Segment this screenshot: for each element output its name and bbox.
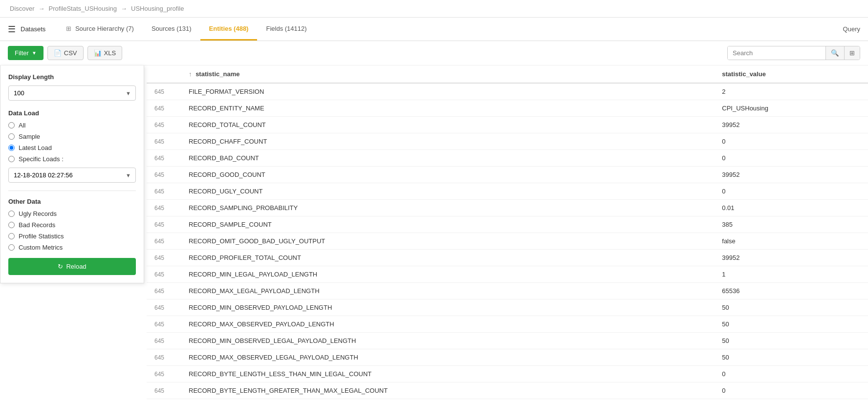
radio-specific-loads[interactable]: Specific Loads :	[8, 155, 136, 163]
table-cell-statistic-value: 1	[714, 266, 868, 283]
table-row: 645RECORD_MAX_LEGAL_PAYLOAD_LENGTH65536	[147, 283, 868, 299]
display-length-select[interactable]: 10 25 50 100 250	[8, 85, 136, 101]
col-statistic-name-label: statistic_name	[195, 70, 239, 78]
query-button[interactable]: Query	[843, 25, 860, 33]
table-cell-statistic-value: 50	[714, 299, 868, 316]
filter-button[interactable]: Filter ▼	[8, 46, 43, 60]
radio-profile-statistics-label: Profile Statistics	[19, 233, 64, 240]
csv-doc-icon: 📄	[54, 49, 62, 57]
table-row: 645RECORD_PROFILER_TOTAL_COUNT39952	[147, 250, 868, 266]
datasets-nav[interactable]: Datasets	[21, 25, 45, 33]
table-cell-rownum: 645	[147, 200, 181, 216]
tab-fields[interactable]: Fields (14112)	[257, 18, 315, 41]
radio-all-input[interactable]	[8, 122, 15, 128]
table-cell-rownum: 645	[147, 266, 181, 283]
table-cell-rownum: 645	[147, 283, 181, 299]
radio-latest-load-input[interactable]	[8, 145, 15, 151]
table-cell-statistic-value: 50	[714, 333, 868, 349]
table-row: 645RECORD_MAX_OBSERVED_PAYLOAD_LENGTH50	[147, 316, 868, 333]
table-cell-rownum: 645	[147, 183, 181, 200]
navbar-menu: ☰ Datasets	[8, 24, 45, 35]
table-cell-statistic-name: RECORD_OMIT_GOOD_BAD_UGLY_OUTPUT	[181, 233, 714, 250]
source-hierarchy-icon: ⊞	[66, 25, 71, 32]
reload-button[interactable]: ↻ Reload	[8, 258, 136, 275]
table-cell-rownum: 645	[147, 83, 181, 100]
radio-sample[interactable]: Sample	[8, 133, 136, 140]
radio-bad-records-label: Bad Records	[19, 221, 55, 229]
tab-source-hierarchy[interactable]: ⊞ Source Hierarchy (7)	[57, 18, 143, 41]
table-cell-statistic-name: RECORD_UGLY_COUNT	[181, 183, 714, 200]
toolbar: Filter ▼ 📄 CSV 📊 XLS 🔍 ⊞	[0, 41, 868, 65]
radio-all[interactable]: All	[8, 122, 136, 129]
table-cell-rownum: 645	[147, 133, 181, 150]
table-row: 645RECORD_GOOD_COUNT39952	[147, 167, 868, 183]
table-cell-statistic-value: 39952	[714, 250, 868, 266]
table-row: 645RECORD_BYTE_LENGTH_GREATER_THAN_MAX_L…	[147, 383, 868, 399]
table-cell-statistic-value: false	[714, 233, 868, 250]
breadcrumb-sep1: →	[39, 5, 45, 12]
breadcrumb-discover[interactable]: Discover	[10, 5, 35, 12]
col-statistic-name[interactable]: ↑ statistic_name	[181, 65, 714, 83]
filter-panel: Display Length 10 25 50 100 250 ▼ Data L…	[0, 65, 144, 283]
radio-ugly-records[interactable]: Ugly Records	[8, 210, 136, 217]
radio-all-label: All	[19, 122, 25, 129]
table-row: 645RECORD_MIN_LEGAL_PAYLOAD_LENGTH1	[147, 266, 868, 283]
radio-latest-load-label: Latest Load	[19, 144, 52, 151]
breadcrumb-sep2: →	[121, 5, 127, 12]
tab-sources[interactable]: Sources (131)	[143, 18, 200, 41]
specific-loads-select[interactable]: 12-18-2018 02:27:56	[8, 168, 136, 183]
csv-button[interactable]: 📄 CSV	[47, 46, 84, 60]
table-cell-statistic-name: RECORD_MIN_OBSERVED_PAYLOAD_LENGTH	[181, 299, 714, 316]
table-cell-statistic-name: RECORD_MAX_OBSERVED_LEGAL_PAYLOAD_LENGTH	[181, 349, 714, 366]
search-button[interactable]: 🔍	[825, 46, 844, 60]
table-cell-statistic-name: RECORD_CHAFF_COUNT	[181, 133, 714, 150]
tab-source-hierarchy-label: Source Hierarchy (7)	[75, 25, 134, 32]
table-cell-rownum: 645	[147, 333, 181, 349]
radio-profile-statistics-input[interactable]	[8, 233, 15, 239]
hamburger-icon[interactable]: ☰	[8, 24, 16, 35]
table-cell-statistic-name: RECORD_BYTE_LENGTH_GREATER_THAN_MAX_LEGA…	[181, 383, 714, 399]
reload-icon: ↻	[58, 263, 63, 270]
table-cell-statistic-name: RECORD_TOTAL_COUNT	[181, 117, 714, 133]
other-data-radio-group: Ugly Records Bad Records Profile Statist…	[8, 210, 136, 251]
radio-specific-loads-input[interactable]	[8, 156, 15, 162]
radio-custom-metrics-input[interactable]	[8, 244, 15, 251]
filter-label: Filter	[15, 49, 29, 57]
table-cell-statistic-value: 50	[714, 316, 868, 333]
radio-bad-records-input[interactable]	[8, 222, 15, 228]
search-input[interactable]	[728, 46, 825, 60]
data-load-label: Data Load	[8, 109, 136, 117]
nav-tabs: ⊞ Source Hierarchy (7) Sources (131) Ent…	[57, 18, 843, 41]
other-data-label: Other Data	[8, 198, 136, 205]
radio-custom-metrics[interactable]: Custom Metrics	[8, 244, 136, 251]
table-cell-statistic-name: RECORD_SAMPLING_PROBABILITY	[181, 200, 714, 216]
main-container: Display Length 10 25 50 100 250 ▼ Data L…	[0, 65, 868, 404]
table-body: 645FILE_FORMAT_VERSION2645RECORD_ENTITY_…	[147, 83, 868, 399]
data-load-radio-group: All Sample Latest Load Specific Loads :	[8, 122, 136, 163]
table-cell-rownum: 645	[147, 349, 181, 366]
table-cell-statistic-name: RECORD_MAX_LEGAL_PAYLOAD_LENGTH	[181, 283, 714, 299]
breadcrumb-current: USHousing_profile	[131, 5, 184, 12]
table-row: 645RECORD_TOTAL_COUNT39952	[147, 117, 868, 133]
table-cell-rownum: 645	[147, 250, 181, 266]
display-length-wrapper: 10 25 50 100 250 ▼	[8, 85, 136, 101]
table-row: 645RECORD_CHAFF_COUNT0	[147, 133, 868, 150]
xls-button[interactable]: 📊 XLS	[87, 46, 123, 60]
breadcrumb-profilestats[interactable]: ProfileStats_USHousing	[49, 5, 117, 12]
radio-ugly-records-input[interactable]	[8, 211, 15, 217]
table-area: ↑ statistic_name statistic_value 645FILE…	[147, 65, 868, 404]
table-header-row: ↑ statistic_name statistic_value	[147, 65, 868, 83]
tab-entities[interactable]: Entities (488)	[200, 18, 258, 41]
table-cell-rownum: 645	[147, 150, 181, 167]
radio-bad-records[interactable]: Bad Records	[8, 221, 136, 229]
table-cell-rownum: 645	[147, 167, 181, 183]
grid-view-button[interactable]: ⊞	[844, 46, 860, 60]
radio-sample-input[interactable]	[8, 133, 15, 140]
radio-profile-statistics[interactable]: Profile Statistics	[8, 233, 136, 240]
tab-entities-label: Entities (488)	[209, 25, 249, 32]
table-cell-statistic-name: FILE_FORMAT_VERSION	[181, 83, 714, 100]
table-row: 645RECORD_ENTITY_NAMECPI_USHousing	[147, 100, 868, 117]
table-row: 645RECORD_BYTE_LENGTH_LESS_THAN_MIN_LEGA…	[147, 366, 868, 383]
table-cell-rownum: 645	[147, 233, 181, 250]
radio-latest-load[interactable]: Latest Load	[8, 144, 136, 151]
